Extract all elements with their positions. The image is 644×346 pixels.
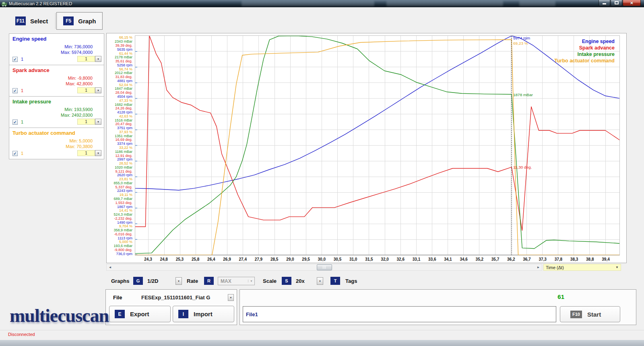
y-axis-labels: 66,15 %2343 mBar39,39 deg.5635 rpm61,44 …: [107, 35, 133, 255]
svg-text:11,30 deg.: 11,30 deg.: [513, 165, 532, 169]
horizontal-scrollbar[interactable]: ◄ ►: [106, 264, 542, 271]
y-tick-label: 5,337 deg.: [107, 185, 132, 189]
maximize-button[interactable]: [611, 0, 622, 6]
y-tick-label: 1020 mBar: [107, 165, 132, 169]
signal-checkbox[interactable]: ✓: [12, 119, 18, 125]
titlebar: Multiecuscan 2.2 REGISTERED ✕: [0, 0, 644, 7]
signal-panel: Turbo actuator command Min: 5,0000 Max: …: [9, 128, 104, 159]
x-tick-label: 25,8: [188, 257, 204, 262]
y-tick-label: 47,33 %: [107, 99, 132, 103]
signal-minmax: Min: -9,8000 Max: 42,8000: [66, 75, 93, 86]
graphs-mode-combo[interactable]: 1/2D: [147, 278, 158, 284]
x-tick-label: 26,9: [219, 257, 235, 262]
y-tick-label: 1186 mBar: [107, 150, 132, 154]
svg-text:1878 mBar: 1878 mBar: [513, 93, 533, 97]
y-tick-label: 5635 rpm: [107, 47, 132, 51]
y-tick-label: 358,9 mBar: [107, 228, 132, 232]
x-tick-label: 39,4: [598, 257, 614, 262]
file-label: File: [113, 295, 122, 301]
signal-scale-dropdown[interactable]: ▼: [95, 56, 101, 62]
signal-max-value: Max: 2492,0300: [61, 112, 93, 118]
x-tick-label: 35,2: [471, 257, 487, 262]
x-tick-label: 37,3: [535, 257, 551, 262]
y-tick-label: 33,22 %: [107, 146, 132, 150]
signal-channel-label: 1: [21, 151, 23, 156]
background-window-ghost: [242, 1, 374, 6]
x-tick-label: 36,2: [503, 257, 519, 262]
scrollbar-thumb[interactable]: [317, 264, 332, 270]
start-button[interactable]: F10 Start: [560, 306, 620, 322]
signal-max-value: Max: 42,8000: [66, 81, 93, 86]
chart-canvas: 5974 rpm69,23 %1878 mBar11,30 deg.: [135, 36, 619, 255]
export-button[interactable]: E Export: [109, 306, 171, 322]
x-tick-label: 27,4: [235, 257, 251, 262]
background-window-ghost: [519, 1, 555, 6]
signal-channel-label: 1: [21, 88, 23, 93]
y-tick-label: 19,11 %: [107, 193, 132, 197]
rate-combo[interactable]: MAX ▼: [218, 277, 255, 285]
app-window: Multiecuscan 2.2 REGISTERED ✕ F11 Select…: [0, 0, 644, 340]
record-counter: 61: [557, 293, 564, 300]
legend: Engine speedSpark advanceIntake pressure…: [554, 38, 615, 64]
scrollbar-track[interactable]: [114, 264, 535, 270]
y-tick-label: 524,3 mBar: [107, 212, 132, 216]
signal-checkbox[interactable]: ✓: [12, 57, 18, 62]
signal-checkbox[interactable]: ✓: [12, 151, 18, 156]
taskbar-strip: [0, 340, 644, 346]
plot-area[interactable]: 5974 rpm69,23 %1878 mBar11,30 deg. Engin…: [135, 35, 620, 255]
time-axis-dropdown[interactable]: Time (Δt) ▼: [543, 264, 621, 271]
file-dropdown[interactable]: FESExp_1511011601_Fiat G: [141, 295, 210, 301]
signal-scale-value: 1: [77, 56, 95, 62]
tab-graph-label: Graph: [78, 18, 96, 25]
app-icon: [2, 1, 7, 6]
signal-minmax: Min: 736,0000 Max: 5974,0000: [61, 44, 93, 55]
legend-item: Turbo actuator command: [554, 58, 615, 64]
tab-select-label: Select: [30, 18, 48, 25]
minimize-button[interactable]: [599, 0, 610, 6]
signal-scale-dropdown[interactable]: ▼: [95, 87, 101, 93]
y-tick-label: 1682 mBar: [107, 103, 132, 107]
y-tick-label: 12,91 deg.: [107, 154, 132, 158]
import-button[interactable]: I Import: [173, 306, 234, 322]
rate-value: MAX: [221, 278, 231, 284]
rate-key-badge: R: [204, 277, 214, 285]
signal-min-value: Min: 736,0000: [61, 44, 93, 49]
tags-button[interactable]: Tags: [345, 278, 357, 284]
y-tick-label: 3374 rpm: [107, 142, 132, 146]
x-tick-label: 33,6: [424, 257, 440, 262]
legend-item: Spark advance: [554, 45, 615, 51]
signal-scale-dropdown[interactable]: ▼: [95, 119, 101, 125]
f10-key-badge: F10: [570, 311, 582, 318]
signal-scale-dropdown[interactable]: ▼: [95, 150, 101, 156]
time-axis-label: Time (Δt): [546, 265, 615, 270]
signal-minmax: Min: 5,0000 Max: 70,3800: [66, 138, 93, 149]
file-dropdown-arrow[interactable]: ▼: [228, 294, 234, 301]
x-tick-label: 31,0: [345, 257, 361, 262]
y-tick-label: 2012 mBar: [107, 71, 132, 75]
y-tick-label: 5258 rpm: [107, 63, 132, 67]
signal-checkbox[interactable]: ✓: [12, 88, 18, 93]
tab-graph[interactable]: F5 Graph: [56, 12, 103, 30]
scroll-left-arrow[interactable]: ◄: [107, 264, 114, 270]
x-tick-label: 26,4: [203, 257, 219, 262]
svg-text:69,23 %: 69,23 %: [513, 41, 528, 45]
background-window-ghost: [386, 1, 503, 6]
scale-dropdown-arrow[interactable]: ▼: [317, 277, 323, 285]
y-tick-label: -6,016 deg.: [107, 232, 132, 236]
signal-max-value: Max: 5974,0000: [61, 49, 93, 55]
signal-scale-value: 1: [77, 119, 95, 125]
y-tick-label: 1,553 deg.: [107, 201, 132, 205]
close-button[interactable]: ✕: [623, 0, 641, 6]
x-tick-label: 31,5: [361, 257, 377, 262]
y-tick-label: 4504 rpm: [107, 95, 132, 99]
x-tick-label: 35,7: [487, 257, 504, 262]
scale-combo[interactable]: 20x: [296, 278, 305, 284]
y-tick-label: 28,04 deg.: [107, 91, 132, 95]
tab-select[interactable]: F11 Select: [9, 12, 54, 30]
scroll-right-arrow[interactable]: ►: [535, 264, 542, 270]
filename-input[interactable]: File1: [243, 306, 556, 322]
graph-panel: 66,15 %2343 mBar39,39 deg.5635 rpm61,44 …: [106, 33, 627, 263]
graphs-dropdown-arrow[interactable]: ▼: [175, 277, 182, 285]
y-tick-label: 5,000 %: [107, 240, 132, 244]
start-label: Start: [587, 311, 601, 318]
